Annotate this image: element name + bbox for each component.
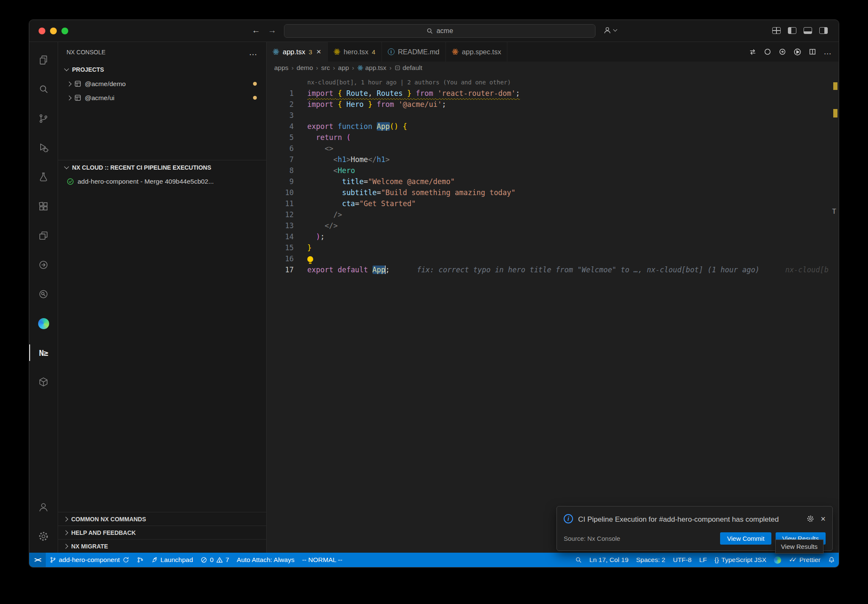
forward-button[interactable]: →: [268, 25, 276, 35]
breadcrumb-item[interactable]: demo: [297, 64, 313, 72]
activity-nx-console[interactable]: N≥: [29, 338, 58, 367]
section-nx-migrate[interactable]: NX MIGRATE: [58, 539, 266, 553]
commit-graph-button[interactable]: [133, 553, 147, 567]
back-button[interactable]: ←: [252, 25, 260, 35]
activity-testing[interactable]: [29, 162, 58, 192]
ci-pipeline-item[interactable]: add-hero-component - Merge 409b44e5cb02.…: [58, 174, 266, 188]
code-line-content: export default App;fix: correct typo in …: [307, 264, 760, 275]
edge-tools-status[interactable]: [770, 553, 785, 567]
sync-icon: [122, 556, 129, 563]
circle-arrow-icon[interactable]: [779, 48, 786, 56]
language-status[interactable]: {} TypeScript JSX: [711, 553, 770, 567]
close-window-button[interactable]: [39, 28, 45, 34]
activity-windows[interactable]: [29, 221, 58, 250]
close-icon[interactable]: ×: [317, 47, 321, 56]
code-line[interactable]: 10 subtitle="Build something amazing tod…: [267, 187, 839, 198]
toggle-panel-icon[interactable]: [804, 27, 812, 34]
activity-pipeline[interactable]: [29, 250, 58, 280]
code-line[interactable]: 12 />: [267, 209, 839, 220]
code-line[interactable]: 8 <Hero: [267, 165, 839, 176]
maximize-window-button[interactable]: [61, 28, 68, 34]
project-item-acme-demo[interactable]: @acme/demo: [58, 77, 266, 91]
vim-mode-status[interactable]: -- NORMAL --: [298, 553, 346, 567]
section-common-nx-commands[interactable]: COMMON NX COMMANDS: [58, 512, 266, 526]
problems-status[interactable]: 0 7: [197, 553, 233, 567]
activity-explorer[interactable]: [29, 45, 58, 75]
code-token: Hero: [346, 100, 364, 109]
titlebar: ← → acme: [29, 20, 839, 42]
code-line[interactable]: 15}: [267, 242, 839, 253]
customize-layout-icon[interactable]: [772, 27, 781, 34]
tab-label: hero.tsx: [344, 48, 369, 56]
code-editor[interactable]: nx-cloud[bot], 1 hour ago | 2 authors (Y…: [267, 74, 839, 553]
circle-outline-icon[interactable]: [764, 48, 771, 56]
open-changes-icon[interactable]: [749, 48, 757, 56]
tab-readme-md[interactable]: i README.md: [382, 42, 446, 62]
activity-extensions[interactable]: [29, 192, 58, 221]
zoom-indicator[interactable]: [571, 553, 586, 567]
code-line[interactable]: 2import { Hero } from '@acme/ui';: [267, 99, 839, 110]
tab-app-spec-tsx[interactable]: app.spec.tsx: [446, 42, 508, 62]
activity-accounts[interactable]: [29, 492, 58, 522]
code-line[interactable]: 11 cta="Get Started": [267, 198, 839, 209]
close-icon[interactable]: ×: [821, 514, 826, 524]
cursor-position-status[interactable]: Ln 17, Col 19: [586, 553, 632, 567]
activity-search[interactable]: [29, 75, 58, 104]
minimize-window-button[interactable]: [50, 28, 57, 34]
activity-source-control[interactable]: [29, 104, 58, 133]
toggle-secondary-sidebar-icon[interactable]: [819, 27, 828, 34]
code-line[interactable]: 5 return (: [267, 132, 839, 143]
activity-settings[interactable]: [29, 522, 58, 551]
encoding-status[interactable]: UTF-8: [669, 553, 696, 567]
view-commit-button[interactable]: View Commit: [720, 532, 771, 545]
code-line[interactable]: 7 <h1>Home</h1>: [267, 154, 839, 165]
code-line[interactable]: 13 </>: [267, 220, 839, 231]
auto-attach-status[interactable]: Auto Attach: Always: [233, 553, 298, 567]
command-center-search[interactable]: acme: [284, 24, 595, 38]
eol-status[interactable]: LF: [696, 553, 711, 567]
branch-status[interactable]: add-hero-component: [46, 553, 133, 567]
section-projects[interactable]: PROJECTS: [58, 62, 266, 77]
code-line[interactable]: 4export function App() {: [267, 121, 839, 132]
project-icon: [74, 94, 81, 101]
toggle-sidebar-icon[interactable]: [788, 27, 796, 34]
section-nx-cloud[interactable]: NX CLOUD :: RECENT CI PIPELINE EXECUTION…: [58, 160, 266, 174]
code-line[interactable]: 9 title="Welcome @acme/demo": [267, 176, 839, 187]
formatter-status[interactable]: ✓✓ Prettier: [785, 553, 824, 567]
code-line[interactable]: 14 );: [267, 231, 839, 242]
activity-inspect[interactable]: [29, 280, 58, 309]
more-actions-icon[interactable]: …: [249, 48, 258, 57]
activity-package[interactable]: [29, 367, 58, 397]
activity-edge-devtools[interactable]: [29, 309, 58, 338]
breadcrumb-item-symbol[interactable]: default: [395, 64, 423, 72]
more-actions-icon[interactable]: …: [823, 47, 832, 56]
code-line[interactable]: 16: [267, 253, 839, 264]
indentation-status[interactable]: Spaces: 2: [632, 553, 669, 567]
code-line[interactable]: 6 <>: [267, 143, 839, 154]
code-line[interactable]: 1import { Route, Routes } from 'react-ro…: [267, 88, 839, 99]
section-help-feedback[interactable]: HELP AND FEEDBACK: [58, 526, 266, 539]
tab-hero-tsx[interactable]: hero.tsx 4: [328, 42, 382, 62]
remote-indicator[interactable]: ><: [29, 553, 46, 567]
run-file-icon[interactable]: [793, 48, 801, 56]
activity-run-debug[interactable]: [29, 133, 58, 162]
notifications-status[interactable]: [824, 553, 839, 567]
breadcrumb-item[interactable]: src: [321, 64, 330, 72]
launchpad-button[interactable]: Launchpad: [147, 553, 197, 567]
tab-app-tsx[interactable]: app.tsx 3 ×: [267, 42, 328, 62]
line-number: 13: [267, 220, 294, 231]
breadcrumb-item-file[interactable]: app.tsx: [357, 64, 387, 72]
line-number: 7: [267, 154, 294, 165]
account-icon: [38, 501, 49, 513]
account-menu-icon[interactable]: [603, 26, 617, 34]
code-line[interactable]: 17export default App;fix: correct typo i…: [267, 264, 839, 275]
project-item-acme-ui[interactable]: @acme/ui: [58, 91, 266, 105]
section-label: NX MIGRATE: [71, 543, 108, 550]
code-line[interactable]: 3: [267, 110, 839, 121]
gear-icon[interactable]: [807, 515, 814, 523]
split-editor-icon[interactable]: [809, 48, 816, 56]
breadcrumb-item[interactable]: apps: [274, 64, 289, 72]
code-token: [307, 199, 342, 208]
breadcrumb-item[interactable]: app: [338, 64, 349, 72]
code-token: import: [307, 100, 333, 109]
